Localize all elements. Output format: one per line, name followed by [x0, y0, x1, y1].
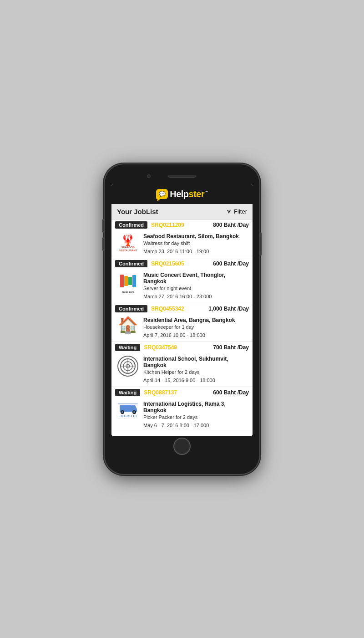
job-date: April 14 - 15, 2016 9:00 - 18:000	[143, 378, 248, 383]
phone-top-bar	[108, 170, 256, 183]
logo-bubble-icon: 💬	[156, 189, 168, 199]
house-icon: 🏠	[118, 317, 138, 333]
job-rate: 800 Baht /Day	[213, 222, 249, 228]
music-park-bars	[117, 272, 138, 290]
job-logo-area: 🦞 SEAFOODRESTAURANT	[116, 233, 140, 254]
job-rate: 1,000 Baht /Day	[208, 306, 249, 312]
volume-up-button	[102, 219, 104, 233]
job-company: International Logistics, Rama 3, Bangkok	[143, 401, 248, 413]
job-detail-row: music park Music Concert Event, Thonglor…	[111, 269, 253, 303]
job-status-bar: Confirmed SRQ0455342 1,000 Baht /Day	[111, 303, 253, 314]
filter-button[interactable]: ⛛ Filter	[226, 208, 247, 215]
job-company: Seafood Restaurant, Silom, Bangkok	[143, 233, 248, 240]
job-id: SRQ0347549	[144, 344, 177, 351]
job-detail-row: 🏠 Residential Area, Bangna, Bangkok Hous…	[111, 314, 253, 342]
job-info: Music Concert Event, Thonglor, Bangkok S…	[143, 272, 248, 299]
job-info: International School, Sukhumvit, Bangkok…	[143, 356, 248, 383]
job-status-bar: Waiting SRQ0887137 600 Baht /Day	[111, 387, 253, 398]
job-logo-area	[116, 356, 140, 377]
status-badge: Waiting	[115, 344, 140, 351]
job-logo-area: 🏠	[116, 317, 140, 333]
status-badge: Confirmed	[115, 260, 147, 267]
job-detail-row: 🦞 SEAFOODRESTAURANT Seafood Restaurant, …	[111, 230, 253, 258]
job-role: Server for night event	[143, 286, 248, 291]
job-date: March 27, 2016 16:00 - 23:000	[143, 294, 248, 299]
job-date: April 7, 2016 10:00 - 18:000	[143, 332, 248, 338]
job-status-bar: Confirmed SRQ0211209 800 Baht /Day	[111, 219, 253, 230]
power-button	[260, 233, 262, 255]
job-company: International School, Sukhumvit, Bangkok	[143, 356, 248, 368]
home-button[interactable]	[173, 438, 191, 455]
job-rate: 700 Baht /Day	[213, 344, 249, 351]
status-badge: Confirmed	[115, 305, 147, 312]
crab-icon: 🦞	[121, 235, 135, 246]
svg-point-8	[121, 411, 123, 413]
job-status-bar: Confirmed SRQ0215605 600 Baht /Day	[111, 258, 253, 269]
job-list: Confirmed SRQ0211209 800 Baht /Day 🦞 SEA…	[111, 219, 253, 436]
list-item[interactable]: Confirmed SRQ0215605 600 Baht /Day	[111, 258, 253, 303]
list-item[interactable]: Confirmed SRQ0211209 800 Baht /Day 🦞 SEA…	[111, 219, 253, 258]
list-item[interactable]: Waiting SRQ0887137 600 Baht /Day	[111, 387, 253, 432]
status-badge: Waiting	[115, 389, 140, 396]
list-item[interactable]: Confirmed SRQ0455342 1,000 Baht /Day 🏠 R…	[111, 303, 253, 342]
job-logo-area: music park	[116, 272, 140, 293]
job-info: Seafood Restaurant, Silom, Bangkok Waitr…	[143, 233, 248, 254]
job-rate: 600 Baht /Day	[213, 260, 249, 267]
job-date: May 6 - 7, 2016 8:00 - 17:000	[143, 423, 248, 428]
logistic-text: LOGISTIC	[118, 414, 137, 418]
seafood-logo-icon: 🦞 SEAFOODRESTAURANT	[117, 233, 138, 254]
page-title: Your JobList	[117, 208, 158, 215]
job-company: Music Concert Event, Thonglor, Bangkok	[143, 272, 248, 285]
helpster-logo: 💬 Helpster™	[156, 189, 208, 199]
camera-icon	[147, 174, 151, 178]
status-badge: Confirmed	[115, 221, 147, 229]
phone-bottom	[108, 436, 256, 457]
filter-icon: ⛛	[226, 208, 232, 215]
volume-down-button	[102, 237, 104, 251]
job-rate: 600 Baht /Day	[213, 389, 249, 396]
speaker-icon	[168, 175, 196, 178]
music-park-text: music park	[122, 291, 134, 293]
job-info: International Logistics, Rama 3, Bangkok…	[143, 401, 248, 428]
job-id: SRQ0211209	[151, 222, 184, 228]
job-detail-row: LOGISTIC International Logistics, Rama 3…	[111, 398, 253, 432]
job-id: SRQ0215605	[151, 260, 184, 267]
job-role: Waitress for day shift	[143, 240, 248, 246]
list-item[interactable]: Waiting SRQ0347549 700 Baht /Day	[111, 342, 253, 387]
music-park-logo-icon: music park	[117, 272, 138, 293]
job-status-bar: Waiting SRQ0347549 700 Baht /Day	[111, 342, 253, 353]
svg-point-10	[133, 411, 135, 413]
school-logo-icon	[117, 356, 138, 377]
app-name: Helpster™	[170, 189, 208, 199]
seafood-text: SEAFOODRESTAURANT	[119, 246, 137, 252]
job-role: Picker Packer for 2 days	[143, 414, 248, 420]
phone-frame: 💬 Helpster™ Your JobList ⛛ Filter Confir…	[105, 164, 259, 474]
job-logo-area: LOGISTIC	[116, 401, 140, 418]
page-title-bar: Your JobList ⛛ Filter	[111, 204, 253, 219]
job-company: Residential Area, Bangna, Bangkok	[143, 317, 248, 323]
app-header: 💬 Helpster™	[111, 184, 253, 204]
job-role: Kitchen Helper for 2 days	[143, 369, 248, 375]
job-id: SRQ0455342	[151, 306, 184, 312]
job-detail-row: International School, Sukhumvit, Bangkok…	[111, 353, 253, 387]
job-info: Residential Area, Bangna, Bangkok Housek…	[143, 317, 248, 338]
job-id: SRQ0887137	[144, 389, 177, 396]
job-date: March 23, 2016 11:00 - 19:00	[143, 249, 248, 254]
filter-label: Filter	[234, 208, 247, 215]
svg-rect-11	[118, 403, 138, 404]
logistic-logo-icon: LOGISTIC	[118, 401, 138, 418]
job-role: Housekeeper for 1 day	[143, 324, 248, 330]
phone-screen: 💬 Helpster™ Your JobList ⛛ Filter Confir…	[111, 184, 253, 436]
